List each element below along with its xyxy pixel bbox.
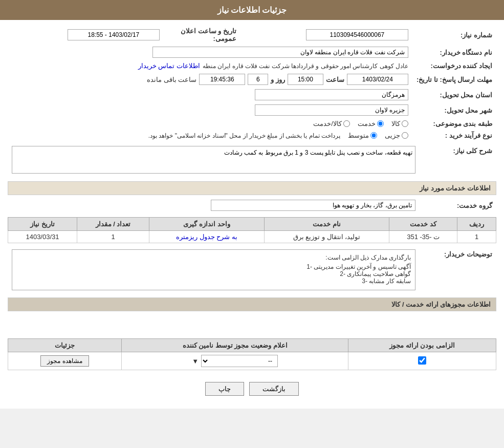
- col-quantity: تعداد / مقدار: [77, 218, 149, 231]
- reply-remaining-input[interactable]: [199, 74, 245, 85]
- province-label: استان محل تحویل:: [412, 87, 496, 102]
- need-number-input[interactable]: [306, 29, 408, 40]
- description-label: شرح کلی نیاز:: [420, 144, 496, 177]
- creator-text: عادل کوهی کارشناس امور حقوقی و قراردادها…: [203, 62, 408, 70]
- cell-row: 1: [457, 231, 496, 243]
- row-need-number: شماره نیاز: تاریخ و ساعت اعلان عمومی:: [8, 25, 496, 45]
- permissions-row: -- ▼ مشاهده مجوز: [8, 352, 496, 370]
- buyer-notes-table: توضیحات خریدار: بارگذاری مدارک ذیل الزام…: [8, 247, 496, 292]
- buyer-notes-box: بارگذاری مدارک ذیل الزامی است: آگهی تاسی…: [12, 249, 415, 290]
- service-group-label: گروه خدمت:: [420, 198, 496, 213]
- buyer-notes-label: توضیحات خریدار:: [420, 247, 496, 292]
- process-label: نوع فرآیند خرید :: [412, 130, 496, 141]
- services-grid: ردیف کد خدمت نام خدمت واحد اندازه گیری ت…: [8, 217, 496, 243]
- city-value: [8, 102, 412, 118]
- category-goods-service-label: کالا/خدمت: [313, 120, 342, 127]
- row-service-group: گروه خدمت:: [8, 198, 496, 213]
- need-number-value: [240, 25, 412, 45]
- grid-header-row: ردیف کد خدمت نام خدمت واحد اندازه گیری ت…: [8, 218, 496, 231]
- category-label: طبقه بندی موضوعی:: [412, 118, 496, 130]
- main-content: شماره نیاز: تاریخ و ساعت اعلان عمومی: نا…: [0, 20, 504, 409]
- view-permit-button[interactable]: مشاهده مجوز: [40, 355, 89, 367]
- back-button[interactable]: بازگشت: [249, 382, 299, 396]
- permissions-header: الزامی بودن ارائه مجوز اعلام وضعیت مجوز …: [8, 339, 496, 352]
- announce-date-input[interactable]: [68, 29, 160, 40]
- category-goods-radio[interactable]: [402, 120, 408, 127]
- category-goods-service-option[interactable]: کالا/خدمت: [313, 120, 350, 127]
- perm-col-status: اعلام وضعیت مجوز توسط نامین کننده: [122, 339, 348, 352]
- permissions-header-row: الزامی بودن ارائه مجوز اعلام وضعیت مجوز …: [8, 339, 496, 352]
- cell-code: ت -35- 351: [389, 231, 457, 243]
- page-header: جزئیات اطلاعات نیاز: [0, 0, 504, 20]
- reply-remaining-label: ساعت باقی مانده: [147, 76, 196, 83]
- col-row: ردیف: [457, 218, 496, 231]
- perm-status-select[interactable]: --: [201, 355, 278, 367]
- print-button[interactable]: چاپ: [205, 382, 244, 396]
- row-creator: ایجاد کننده درخواست: عادل کوهی کارشناس ا…: [8, 60, 496, 72]
- category-goods-service-radio[interactable]: [343, 120, 350, 127]
- need-number-label: شماره نیاز:: [412, 25, 496, 45]
- buyer-note-3: سابقه کار مشابه -3: [16, 278, 411, 285]
- bottom-actions: بازگشت چاپ: [8, 374, 496, 403]
- buyer-org-input[interactable]: [152, 47, 408, 58]
- service-group-value: [8, 198, 420, 213]
- province-input[interactable]: [255, 89, 408, 100]
- cell-name: تولید، انتقال و توزیع برق: [265, 231, 389, 243]
- col-name: نام خدمت: [265, 218, 389, 231]
- process-medium-label: متوسط: [348, 132, 369, 139]
- category-goods-label: کالا: [391, 120, 400, 127]
- reply-time-input[interactable]: [288, 74, 323, 85]
- reply-days-input[interactable]: [248, 74, 268, 85]
- cell-quantity: 1: [77, 231, 149, 243]
- perm-required-checkbox[interactable]: [418, 356, 426, 365]
- permissions-body: -- ▼ مشاهده مجوز: [8, 352, 496, 370]
- reply-date-input[interactable]: [347, 74, 408, 85]
- row-category: طبقه بندی موضوعی: کالا خدمت: [8, 118, 496, 130]
- process-note: پرداخت تمام یا بخشی از مبلغ خریدار از مح…: [148, 132, 340, 139]
- description-table: شرح کلی نیاز:: [8, 144, 496, 177]
- reply-days-label: روز و: [271, 76, 285, 83]
- permissions-table: الزامی بودن ارائه مجوز اعلام وضعیت مجوز …: [8, 338, 496, 370]
- process-options: جزیی متوسط پرداخت تمام یا بخشی از مبلغ خ…: [8, 130, 412, 141]
- city-label: شهر محل تحویل:: [412, 102, 496, 118]
- perm-col-detail: جزئیات: [8, 339, 122, 352]
- reply-deadline-label: مهلت ارسال پاسخ: تا تاریخ:: [412, 72, 496, 87]
- category-goods-option[interactable]: کالا: [391, 120, 408, 127]
- process-partial-option[interactable]: جزیی: [385, 132, 408, 139]
- process-medium-radio[interactable]: [370, 132, 377, 139]
- services-section-title: اطلاعات خدمات مورد نیاز: [8, 181, 496, 195]
- buyer-org-label: نام دستگاه خریدار:: [412, 45, 496, 60]
- buyer-notes-content: بارگذاری مدارک ذیل الزامی است: آگهی تاسی…: [8, 247, 420, 292]
- city-input[interactable]: [255, 104, 408, 116]
- creator-contact-link[interactable]: اطلاعات تماس خریدار: [138, 62, 200, 70]
- creator-value: عادل کوهی کارشناس امور حقوقی و قراردادها…: [8, 60, 412, 72]
- row-process: نوع فرآیند خرید : جزیی متوسط پرداخت تمام…: [8, 130, 496, 141]
- description-textarea[interactable]: [12, 146, 415, 174]
- page-title: جزئیات اطلاعات نیاز: [217, 6, 287, 14]
- process-medium-option[interactable]: متوسط: [348, 132, 377, 139]
- category-service-label: خدمت: [358, 120, 376, 127]
- reply-time-label: ساعت: [326, 76, 344, 83]
- category-service-radio[interactable]: [377, 120, 384, 127]
- service-group-input[interactable]: [211, 200, 415, 211]
- col-date: تاریخ نیاز: [8, 218, 77, 231]
- row-reply-deadline: مهلت ارسال پاسخ: تا تاریخ: ساعت روز و سا…: [8, 72, 496, 87]
- buyer-org-value: [8, 45, 412, 60]
- info-table: شماره نیاز: تاریخ و ساعت اعلان عمومی: نا…: [8, 25, 496, 141]
- row-province: استان محل تحویل:: [8, 87, 496, 102]
- cell-unit[interactable]: به شرح جدول ریزمتره: [149, 231, 265, 243]
- category-service-option[interactable]: خدمت: [358, 120, 384, 127]
- row-buyer-org: نام دستگاه خریدار:: [8, 45, 496, 60]
- grid-body: 1 ت -35- 351 تولید، انتقال و توزیع برق ب…: [8, 231, 496, 243]
- page-wrapper: جزئیات اطلاعات نیاز شماره نیاز: تاریخ و …: [0, 0, 504, 409]
- buyer-note-2: گواهی صلاحیت پیمانکاری -2: [16, 270, 411, 278]
- creator-label: ایجاد کننده درخواست:: [412, 60, 496, 72]
- cell-date: 1403/03/31: [8, 231, 77, 243]
- perm-detail-cell: مشاهده مجوز: [8, 352, 122, 370]
- service-group-table: گروه خدمت:: [8, 198, 496, 213]
- province-value: [8, 87, 412, 102]
- perm-status-cell: -- ▼: [122, 352, 348, 370]
- process-partial-radio[interactable]: [402, 132, 408, 139]
- dropdown-icon: ▼: [192, 357, 199, 365]
- announce-date-label: تاریخ و ساعت اعلان عمومی:: [164, 25, 240, 45]
